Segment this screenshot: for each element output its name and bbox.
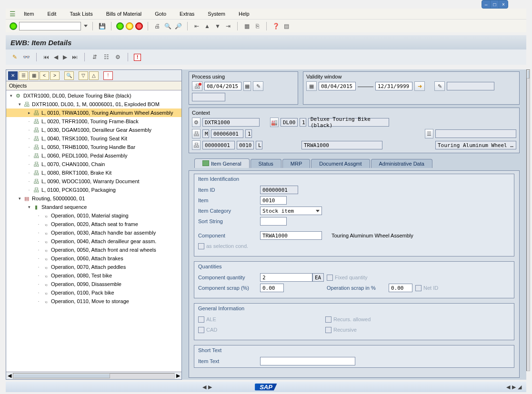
tree-item[interactable]: L, 0030, DGAM1000, Derailleur Gear Assem… [41,127,151,133]
menu-task-lists[interactable]: Task Lists [68,11,94,17]
close-icon[interactable]: × [499,0,508,8]
tree-item[interactable]: L, 0040, TRSK1000, Touring Seat Kit [41,136,127,141]
tab-document[interactable]: Document Assgmt [311,159,370,168]
sort-string-field[interactable] [260,217,287,226]
menu-goto[interactable]: Goto [153,11,168,17]
tree-bom[interactable]: DXTR1000, DL00, 1, M, 00006001, 01, Expl… [32,101,160,107]
component-field[interactable]: TRWA1000 [260,231,322,240]
scrap-field[interactable]: 0.00 [260,284,284,292]
menu-edit[interactable]: Edit [45,11,58,17]
shortcut-icon[interactable]: ⎘ [253,22,261,30]
tree-op[interactable]: Operation, 0110, Move to storage [51,298,129,304]
menu-system[interactable]: System [206,11,227,17]
forward-icon[interactable]: ➜ [414,81,425,91]
tree-op[interactable]: Operation, 0060, Attach brakes [51,256,123,261]
date-picker-icon[interactable]: ▦ [243,81,251,91]
next-icon[interactable]: ▶ [62,54,68,60]
tree-op[interactable]: Operation, 0100, Pack bike [51,290,114,296]
twisty-icon[interactable]: ▾ [17,101,22,107]
menu-extras[interactable]: Extras [178,11,196,17]
pencil-icon[interactable]: ✎ [10,53,19,61]
info-icon[interactable]: ! [134,54,141,61]
scroll-right-icon[interactable]: ▶ [175,373,181,379]
twisty-icon[interactable]: ▸ [26,110,32,116]
expand-all-icon[interactable]: ▽ [79,71,88,80]
close-panel-icon[interactable]: ✕ [8,71,18,80]
tab-mrp[interactable]: MRP [282,159,310,168]
right-bracket-icon[interactable]: > [50,71,60,80]
twisty-icon[interactable]: ▾ [26,204,32,210]
process-date-field[interactable]: 08/04/2015 [204,82,241,90]
back-button[interactable] [116,22,124,30]
tree-op[interactable]: Operation, 0040, Attach derailleur gear … [51,238,156,244]
valid-to-field[interactable]: 12/31/9999 [375,82,412,90]
glasses-icon[interactable]: 👓 [22,53,30,61]
tree-tool-icon[interactable]: ☰ [19,71,28,80]
tree-op[interactable]: Operation, 0010, Material staging [51,213,129,218]
tree-body[interactable]: ▾⚙DXTR1000, DL00, Deluxe Touring Bike (b… [6,90,181,372]
tree-op[interactable]: Operation, 0030, Attach handle bar assem… [51,230,156,236]
scroll-left-icon[interactable]: ◀ [6,373,13,379]
tree-item[interactable]: L, 0050, TRHB1000, Touring Handle Bar [41,144,135,150]
layout-icon[interactable]: ▤ [282,22,291,30]
category-select[interactable]: Stock item [260,207,322,215]
last-page-icon[interactable]: ⇥ [224,22,232,30]
twisty-icon[interactable]: ▾ [8,93,14,98]
tree-item[interactable]: L, 0090, WDOC1000, Warranty Document [41,178,140,184]
scroll-left-icon[interactable]: ◀ [202,384,206,390]
page-down-icon[interactable]: ▼ [213,22,222,30]
collapse-all-icon[interactable]: △ [89,71,99,80]
window-controls[interactable]: – □ × [482,0,508,9]
hierarchy-icon[interactable]: 品 [192,81,202,91]
scroll-right-icon[interactable]: ▶ [512,384,516,390]
command-dropdown-icon[interactable] [84,25,88,27]
pencil-icon[interactable]: ✎ [253,81,263,91]
tree-op[interactable]: Operation, 0080, Test bike [51,273,112,278]
tree-item[interactable]: L, 0010, TRWA1000, Touring Aluminum Whee… [41,110,173,116]
calendar-icon[interactable]: ▦ [306,81,317,91]
menu-item[interactable]: Item [22,11,36,17]
page-up-icon[interactable]: ▲ [203,22,211,30]
right-scrollbar[interactable] [526,69,530,371]
exit-button[interactable] [126,22,133,30]
tree-op[interactable]: Operation, 0090, Disassemble [51,281,121,287]
tree-item[interactable]: L, 0020, TRFR1000, Touring Frame-Black [41,118,139,124]
qty-field[interactable]: 2 [260,273,312,282]
assignment-icon[interactable]: ⚙ [113,53,122,61]
new-session-icon[interactable]: ▦ [242,22,251,30]
tree-std-seq[interactable]: Standard sequence [41,204,87,210]
command-input[interactable] [19,22,81,30]
menu-bom[interactable]: Bills of Material [104,11,144,17]
save-icon[interactable]: 💾 [98,22,106,30]
error-icon[interactable]: ! [103,71,113,80]
tree-routing[interactable]: Routing, 50000000, 01 [32,196,85,201]
scroll-left-icon[interactable]: ◀ [506,384,510,390]
first-page-icon[interactable]: ⇤ [192,22,201,30]
tree-op[interactable]: Operation, 0020, Attach seat to frame [51,221,138,227]
handle-icon[interactable]: ◢ [518,384,522,390]
tree-item[interactable]: L, 0080, BRKT1000, Brake Kit [41,170,111,176]
find-next-icon[interactable]: 🔎 [174,22,182,30]
help-icon[interactable]: ❓ [271,22,280,30]
menu-help[interactable]: Help [237,11,251,17]
maximize-icon[interactable]: □ [491,0,499,8]
tree-op[interactable]: Operation, 0050, Attach front and real w… [51,247,156,253]
twisty-icon[interactable]: ▾ [17,196,22,201]
tab-status[interactable]: Status [251,159,281,168]
tree-op[interactable]: Operation, 0070, Attach peddles [51,264,126,270]
enter-button[interactable] [10,22,17,30]
pencil-icon[interactable]: ✎ [434,81,445,91]
prev-icon[interactable]: ◀ [53,54,59,60]
tree-item[interactable]: L, 0100, PCKG1000, Packaging [41,187,116,193]
op-scrap-field[interactable]: 0.00 [389,284,412,292]
tree-item[interactable]: L, 0060, PEDL1000, Pedal Assembly [41,153,127,158]
first-icon[interactable]: ⏮ [42,54,50,60]
hierarchy-icon[interactable]: ⇵ [90,53,99,61]
tree-scrollbar[interactable]: ◀ ▶ [6,372,181,379]
print-icon[interactable]: 🖨 [153,22,161,30]
binoculars-icon[interactable]: 🔍 [64,71,74,80]
left-bracket-icon[interactable]: < [40,71,49,80]
tab-admin[interactable]: Administrative Data [371,159,432,168]
item-text-field[interactable] [260,357,355,365]
tree-root[interactable]: DXTR1000, DL00, Deluxe Touring Bike (bla… [23,93,131,98]
